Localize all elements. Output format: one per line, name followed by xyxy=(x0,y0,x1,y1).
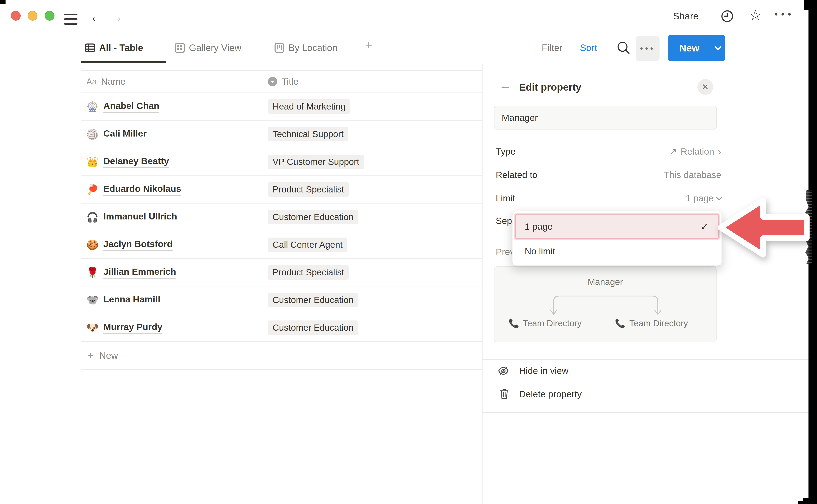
close-icon: ✕ xyxy=(702,82,709,92)
title-tag: VP Customer Support xyxy=(268,155,364,169)
person-name-link[interactable]: Jillian Emmerich xyxy=(103,266,176,279)
tab-gallery-view[interactable]: Gallery View xyxy=(174,42,241,54)
option-label: 1 page xyxy=(525,221,553,232)
table-row[interactable]: 👑Delaney Beatty VP Customer Support xyxy=(81,148,482,176)
updates-clock-icon[interactable] xyxy=(720,9,734,23)
field-value-type[interactable]: ↗ Relation › xyxy=(669,145,721,157)
property-name-input[interactable]: Manager xyxy=(494,106,717,130)
limit-value: 1 page xyxy=(686,193,714,204)
column-label: Name xyxy=(101,76,125,87)
person-name-link[interactable]: Jaclyn Botsford xyxy=(103,239,172,251)
title-cell[interactable]: Customer Education xyxy=(261,286,482,314)
favorite-star-icon[interactable]: ☆ xyxy=(749,8,762,22)
person-name-link[interactable]: Immanuel Ullrich xyxy=(103,211,177,223)
person-name-link[interactable]: Delaney Beatty xyxy=(103,156,169,168)
text-property-icon: Aa xyxy=(86,77,97,86)
tab-label: All - Table xyxy=(99,42,143,54)
table-row[interactable]: 🌹Jillian Emmerich Product Specialist xyxy=(81,259,482,286)
title-tag: Customer Education xyxy=(268,293,358,307)
trash-icon xyxy=(498,388,510,400)
share-button[interactable]: Share xyxy=(673,11,699,22)
preview-connector-arrows xyxy=(545,290,666,316)
chevron-down-icon xyxy=(715,44,721,50)
title-tag: Customer Education xyxy=(268,210,358,224)
new-button[interactable]: New xyxy=(668,35,725,61)
new-dropdown-button[interactable] xyxy=(711,35,725,61)
page-options-ellipsis-icon[interactable]: ••• xyxy=(774,9,794,20)
tab-label: By Location xyxy=(288,42,337,54)
dropdown-option-no-limit[interactable]: No limit xyxy=(515,239,719,263)
preview-child-page: 📞 Team Directory xyxy=(615,318,688,328)
table-view-icon xyxy=(85,43,95,53)
delete-property-button[interactable]: Delete property xyxy=(519,389,582,399)
view-options-button[interactable]: ••• xyxy=(636,36,660,61)
sidebar-menu-icon[interactable] xyxy=(64,14,77,25)
gallery-view-icon xyxy=(174,43,185,53)
dropdown-option-1-page[interactable]: 1 page ✓ xyxy=(515,214,719,239)
title-cell[interactable]: Call Center Agent xyxy=(261,231,482,258)
title-cell[interactable]: Technical Support xyxy=(261,121,482,148)
panel-section-divider xyxy=(482,359,808,360)
field-value-related-to[interactable]: This database xyxy=(664,169,721,181)
row-emoji-icon: 🍪 xyxy=(86,239,98,251)
search-icon[interactable] xyxy=(617,41,631,55)
screenshot-edge-corner-wedge xyxy=(798,501,809,504)
person-name-link[interactable]: Lenna Hamill xyxy=(103,294,160,306)
select-property-icon xyxy=(268,77,277,86)
tab-by-location[interactable]: By Location xyxy=(274,42,337,54)
table-row[interactable]: 🏓Eduardo Nikolaus Product Specialist xyxy=(81,176,482,204)
person-name-link[interactable]: Murray Purdy xyxy=(103,322,162,334)
table-row[interactable]: 🐶Murray Purdy Customer Education xyxy=(81,314,482,342)
table-row[interactable]: 🎧Immanuel Ullrich Customer Education xyxy=(81,204,482,231)
relation-arrow-icon: ↗ xyxy=(669,147,677,156)
back-button[interactable]: ← xyxy=(90,10,103,23)
ellipsis-icon: ••• xyxy=(640,44,655,53)
annotation-arrow-left-icon xyxy=(717,191,812,264)
title-tag: Technical Support xyxy=(268,127,348,141)
screenshot-root: ← → Share ☆ ••• All - Table xyxy=(0,0,817,504)
person-name-link[interactable]: Cali Miller xyxy=(103,128,147,140)
title-tag: Product Specialist xyxy=(268,265,349,280)
filter-button[interactable]: Filter xyxy=(542,43,563,53)
new-button-label: New xyxy=(668,35,711,61)
traffic-light-close-button[interactable] xyxy=(11,11,21,21)
field-label-separate-clipped: Sep xyxy=(496,216,512,226)
table-row[interactable]: 🎡Anabel Chan Head of Marketing xyxy=(81,93,482,121)
traffic-light-minimize-button[interactable] xyxy=(28,11,37,21)
traffic-light-zoom-button[interactable] xyxy=(45,11,54,21)
panel-back-button[interactable]: ← xyxy=(499,80,511,91)
add-view-button[interactable]: + xyxy=(365,39,372,51)
row-emoji-icon: 🏐 xyxy=(86,128,98,140)
title-cell[interactable]: Product Specialist xyxy=(261,176,482,203)
title-cell[interactable]: Head of Marketing xyxy=(261,93,482,120)
person-name-link[interactable]: Anabel Chan xyxy=(103,101,159,113)
option-label: No limit xyxy=(525,246,555,256)
plus-icon: + xyxy=(87,350,94,361)
title-cell[interactable]: Product Specialist xyxy=(261,259,482,286)
column-header-name[interactable]: Aa Name xyxy=(81,71,261,93)
related-to-value: This database xyxy=(664,170,721,180)
preview-root-label: Manager xyxy=(495,277,716,287)
new-row-button[interactable]: + New xyxy=(81,342,482,370)
title-cell[interactable]: Customer Education xyxy=(261,314,482,341)
table-row[interactable]: 🐨Lenna Hamill Customer Education xyxy=(81,286,482,314)
chevron-right-icon: › xyxy=(718,147,721,156)
panel-close-button[interactable]: ✕ xyxy=(697,79,713,95)
title-tag: Customer Education xyxy=(268,320,358,335)
tab-all-table[interactable]: All - Table xyxy=(85,42,143,54)
sort-button[interactable]: Sort xyxy=(580,43,597,53)
relation-preview-card: Manager 📞 Team Directory 📞 Team Director… xyxy=(494,266,717,342)
field-value-limit[interactable]: 1 page xyxy=(686,192,721,204)
hide-in-view-button[interactable]: Hide in view xyxy=(519,366,569,376)
forward-button: → xyxy=(110,10,123,23)
title-cell[interactable]: VP Customer Support xyxy=(261,148,482,175)
preview-child-label: Team Directory xyxy=(523,318,582,328)
new-row-label: New xyxy=(99,350,118,361)
table-row[interactable]: 🏐Cali Miller Technical Support xyxy=(81,121,482,148)
column-header-title[interactable]: Title xyxy=(261,71,482,93)
person-name-link[interactable]: Eduardo Nikolaus xyxy=(103,184,181,196)
title-cell[interactable]: Customer Education xyxy=(261,204,482,231)
table-row[interactable]: 🍪Jaclyn Botsford Call Center Agent xyxy=(81,231,482,259)
row-emoji-icon: 🏓 xyxy=(86,184,98,195)
panel-title: Edit property xyxy=(519,81,581,93)
